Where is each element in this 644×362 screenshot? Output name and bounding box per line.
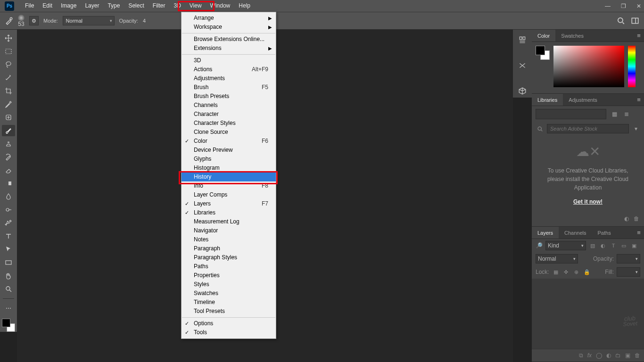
- adjustment-layer-icon[interactable]: ◐: [606, 352, 611, 359]
- hue-slider[interactable]: [628, 46, 636, 87]
- menu-item-measurement-log[interactable]: Measurement Log: [182, 217, 276, 226]
- menu-item-layer-comps[interactable]: Layer Comps: [182, 190, 276, 199]
- workspace-switcher-icon[interactable]: [631, 16, 639, 25]
- menu-item-actions[interactable]: ActionsAlt+F9: [182, 65, 276, 74]
- get-it-now-link[interactable]: Get it now!: [573, 197, 603, 206]
- menu-select[interactable]: Select: [124, 0, 148, 12]
- magic-wand-tool-icon[interactable]: [2, 72, 15, 83]
- menu-item-glyphs[interactable]: Glyphs: [182, 155, 276, 164]
- eraser-tool-icon[interactable]: [2, 165, 15, 176]
- menu-item-notes[interactable]: Notes: [182, 235, 276, 244]
- cloud-status-icon[interactable]: ◐: [624, 215, 629, 222]
- menu-filter[interactable]: Filter: [149, 0, 170, 12]
- zoom-tool-icon[interactable]: [2, 283, 15, 295]
- filter-adjust-icon[interactable]: ◐: [599, 242, 607, 249]
- tab-layers[interactable]: Layers: [532, 227, 559, 239]
- move-tool-icon[interactable]: [2, 33, 15, 44]
- menu-type[interactable]: Type: [103, 0, 124, 12]
- brush-preview[interactable]: 53: [18, 15, 25, 27]
- marquee-tool-icon[interactable]: [2, 46, 15, 57]
- menu-window[interactable]: Window: [206, 0, 235, 12]
- brush-tool-icon[interactable]: [2, 125, 15, 136]
- filter-pixel-icon[interactable]: ▧: [589, 242, 596, 249]
- panel-menu-icon[interactable]: ≡: [634, 227, 644, 239]
- healing-brush-tool-icon[interactable]: [2, 112, 15, 123]
- dock-properties-icon[interactable]: [515, 59, 529, 72]
- crop-tool-icon[interactable]: [2, 85, 15, 97]
- menu-item-workspace[interactable]: Workspace▶: [182, 23, 276, 32]
- window-maximize-icon[interactable]: ❐: [621, 3, 626, 9]
- menu-item-info[interactable]: InfoF8: [182, 181, 276, 190]
- dock-history-icon[interactable]: [515, 33, 529, 47]
- panel-menu-icon[interactable]: ≡: [634, 94, 644, 106]
- trash-icon[interactable]: 🗑: [634, 215, 639, 222]
- menu-item-paragraph[interactable]: Paragraph: [182, 244, 276, 253]
- panel-menu-icon[interactable]: ≡: [634, 30, 644, 41]
- window-minimize-icon[interactable]: —: [605, 3, 611, 9]
- filter-shape-icon[interactable]: ▭: [620, 242, 627, 249]
- menu-item-tools[interactable]: Tools✓: [182, 328, 276, 337]
- blend-mode-select[interactable]: Normal: [536, 254, 578, 263]
- tool-preset-icon[interactable]: [5, 16, 13, 25]
- hand-tool-icon[interactable]: [2, 270, 15, 281]
- tab-channels[interactable]: Channels: [559, 227, 592, 239]
- tab-paths[interactable]: Paths: [592, 227, 617, 239]
- rectangle-tool-icon[interactable]: [2, 257, 15, 268]
- menu-item-history[interactable]: History: [182, 173, 276, 181]
- link-layers-icon[interactable]: ⧉: [579, 352, 583, 359]
- path-selection-tool-icon[interactable]: [2, 244, 15, 255]
- menu-item-tool-presets[interactable]: Tool Presets: [182, 307, 276, 316]
- blend-mode-select[interactable]: Normal: [63, 16, 115, 25]
- history-brush-tool-icon[interactable]: [2, 151, 15, 163]
- color-field[interactable]: [553, 46, 624, 87]
- menu-item-options[interactable]: Options✓: [182, 319, 276, 328]
- menu-item-brush-presets[interactable]: Brush Presets: [182, 92, 276, 101]
- layer-mask-icon[interactable]: ◯: [596, 352, 602, 359]
- tab-color[interactable]: Color: [532, 30, 555, 41]
- stock-search-input[interactable]: [547, 124, 629, 133]
- menu-item-libraries[interactable]: Libraries✓: [182, 208, 276, 217]
- layer-opacity-input[interactable]: [617, 254, 640, 263]
- menu-item-clone-source[interactable]: Clone Source: [182, 128, 276, 137]
- stock-dropdown-icon[interactable]: ▾: [632, 124, 640, 133]
- lock-artboard-icon[interactable]: ⊕: [573, 268, 580, 276]
- filter-type-icon[interactable]: T: [610, 242, 617, 249]
- menu-item-paragraph-styles[interactable]: Paragraph Styles: [182, 253, 276, 262]
- menu-item-histogram[interactable]: Histogram: [182, 164, 276, 173]
- tab-libraries[interactable]: Libraries: [532, 94, 563, 106]
- menu-image[interactable]: Image: [57, 0, 81, 12]
- lasso-tool-icon[interactable]: [2, 59, 15, 70]
- lock-all-icon[interactable]: 🔒: [583, 268, 591, 276]
- group-icon[interactable]: 🗀: [615, 352, 621, 359]
- menu-item-navigator[interactable]: Navigator: [182, 226, 276, 235]
- menu-layer[interactable]: Layer: [81, 0, 103, 12]
- color-swatches[interactable]: [2, 319, 15, 332]
- menu-item-extensions[interactable]: Extensions▶: [182, 44, 276, 53]
- eyedropper-tool-icon[interactable]: [2, 99, 15, 110]
- menu-item-adjustments[interactable]: Adjustments: [182, 74, 276, 83]
- menu-item-styles[interactable]: Styles: [182, 280, 276, 289]
- pen-tool-icon[interactable]: [2, 217, 15, 229]
- menu-item-browse-extensions-online-[interactable]: Browse Extensions Online...: [182, 35, 276, 44]
- clone-stamp-tool-icon[interactable]: [2, 138, 15, 149]
- filter-smart-icon[interactable]: ▣: [630, 242, 638, 249]
- menu-item-arrange[interactable]: Arrange▶: [182, 14, 276, 23]
- menu-item-color[interactable]: Color✓F6: [182, 137, 276, 146]
- trash-icon[interactable]: 🗑: [635, 352, 640, 359]
- menu-3d[interactable]: 3D: [169, 0, 185, 12]
- tab-adjustments[interactable]: Adjustments: [563, 94, 603, 106]
- layer-fx-icon[interactable]: fx: [587, 352, 592, 359]
- dodge-tool-icon[interactable]: [2, 204, 15, 215]
- menu-item-3d[interactable]: 3D: [182, 56, 276, 65]
- menu-item-layers[interactable]: Layers✓F7: [182, 199, 276, 208]
- tab-swatches[interactable]: Swatches: [555, 30, 589, 41]
- grid-view-icon[interactable]: ▦: [610, 110, 619, 118]
- list-view-icon[interactable]: ≣: [622, 110, 631, 118]
- menu-item-channels[interactable]: Channels: [182, 101, 276, 110]
- lock-pixels-icon[interactable]: ▦: [552, 268, 560, 276]
- menu-item-character[interactable]: Character: [182, 110, 276, 119]
- edit-toolbar-icon[interactable]: ⋯: [2, 303, 15, 314]
- new-layer-icon[interactable]: ▣: [625, 352, 630, 359]
- foreground-background-swatch[interactable]: [536, 46, 550, 60]
- blur-tool-icon[interactable]: [2, 191, 15, 202]
